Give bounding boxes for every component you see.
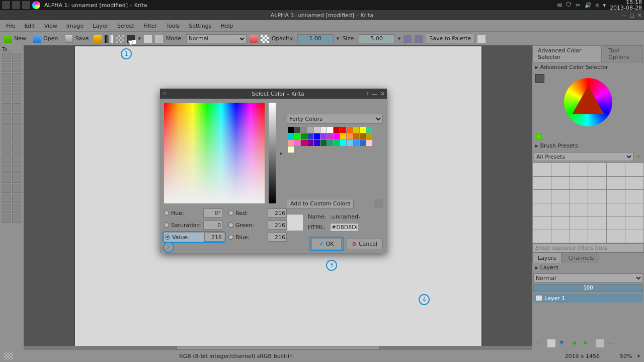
brush-preset[interactable] <box>551 163 570 176</box>
swatch[interactable] <box>353 140 359 146</box>
brush-preset[interactable] <box>533 177 551 189</box>
krita-app-icon[interactable] <box>32 1 40 9</box>
pattern-icon[interactable] <box>116 35 124 43</box>
brush-preset[interactable] <box>551 177 570 189</box>
save-button[interactable]: Save <box>63 34 91 44</box>
wifi-icon[interactable]: ⎋ <box>596 2 599 9</box>
swatch[interactable] <box>347 140 353 146</box>
swatch[interactable] <box>307 140 313 146</box>
taskbar-icon[interactable] <box>22 1 30 9</box>
brush-preset[interactable] <box>607 216 625 229</box>
swatch[interactable] <box>314 140 320 146</box>
menu-help[interactable]: Help <box>216 22 237 30</box>
tool-26[interactable] <box>2 184 11 193</box>
tool-8[interactable] <box>2 93 11 102</box>
brush-preset[interactable] <box>533 216 551 229</box>
layer-opacity-slider[interactable]: 100 <box>533 284 643 292</box>
tool-30[interactable] <box>2 204 11 213</box>
preset-filter-select[interactable]: All Presets <box>534 152 633 161</box>
swatch[interactable] <box>334 133 340 139</box>
expand-icon[interactable]: ▸ <box>280 150 283 157</box>
alpha-lock-icon[interactable] <box>261 35 269 43</box>
maximize-icon[interactable]: ◻ <box>630 12 634 19</box>
swatch[interactable] <box>320 127 327 133</box>
palette-select[interactable]: Forty Colors <box>287 114 383 124</box>
swatch[interactable] <box>366 127 372 133</box>
tool-14[interactable] <box>2 123 11 132</box>
menu-tools[interactable]: Tools <box>162 22 184 30</box>
brush-preset[interactable] <box>607 203 625 216</box>
brush-preset[interactable] <box>570 163 588 176</box>
brush-preset[interactable] <box>570 230 588 243</box>
size-chevron-icon[interactable]: ▾ <box>398 35 401 42</box>
zoom-level[interactable]: 50% <box>620 353 632 359</box>
brush-preset[interactable] <box>588 230 606 243</box>
brush-preset[interactable] <box>533 203 551 216</box>
swatch[interactable] <box>301 133 307 139</box>
brush-editor-icon[interactable] <box>155 35 163 43</box>
brush-preset[interactable] <box>588 216 606 229</box>
tool-9[interactable] <box>12 93 21 102</box>
new-button[interactable]: New <box>2 34 28 44</box>
tool-10[interactable] <box>2 103 11 112</box>
dialog-titlebar[interactable]: ≡ Select Color – Krita ? — ✕ <box>160 89 387 99</box>
tool-22[interactable] <box>2 164 11 173</box>
value-strip[interactable] <box>269 103 276 203</box>
swatch[interactable] <box>288 127 294 133</box>
swatch[interactable] <box>366 133 372 139</box>
tab-channels[interactable]: Channels <box>562 253 599 263</box>
tool-23[interactable] <box>12 164 21 173</box>
brush-preset[interactable] <box>551 190 570 202</box>
tool-4[interactable] <box>2 73 11 82</box>
brush-preset[interactable] <box>588 177 606 189</box>
brush-preset[interactable] <box>570 216 588 229</box>
brush-preset[interactable] <box>607 230 625 243</box>
menu-settings[interactable]: Settings <box>185 22 215 30</box>
tool-25[interactable] <box>12 174 21 183</box>
tool-3[interactable] <box>12 63 21 72</box>
chevron-down-icon[interactable]: ▾ <box>603 2 606 9</box>
swatch[interactable] <box>327 127 333 133</box>
swatch[interactable] <box>327 133 333 139</box>
swatch[interactable] <box>301 140 307 146</box>
open-button[interactable]: Open <box>31 34 60 44</box>
menu-layer[interactable]: Layer <box>89 22 112 30</box>
swatch[interactable] <box>360 133 366 139</box>
swatch[interactable] <box>314 127 320 133</box>
brush-preset[interactable] <box>533 163 551 176</box>
brush-preset[interactable] <box>588 163 606 176</box>
close-icon[interactable]: ✕ <box>380 91 385 97</box>
tool-16[interactable] <box>2 133 11 142</box>
swatch[interactable] <box>294 127 300 133</box>
tool-0[interactable] <box>2 53 11 62</box>
move-left-icon[interactable]: ◀ <box>572 339 580 347</box>
tool-2[interactable] <box>2 63 11 72</box>
radio-blue[interactable] <box>228 235 233 240</box>
tool-7[interactable] <box>12 83 21 92</box>
tool-5[interactable] <box>12 73 21 82</box>
menu-image[interactable]: Image <box>62 22 88 30</box>
menu-filter[interactable]: Filter <box>139 22 161 30</box>
brush-preset[interactable] <box>570 190 588 202</box>
green-row[interactable]: Green: <box>228 221 287 230</box>
tool-1[interactable] <box>12 53 21 62</box>
shield-icon[interactable]: ⛉ <box>566 2 572 9</box>
zoom-chevron-icon[interactable]: ▾ <box>637 353 640 359</box>
save-to-palette-button[interactable]: Save to Palette <box>426 34 474 43</box>
resource-filter-input[interactable] <box>532 243 644 253</box>
brush-preset[interactable] <box>607 190 625 202</box>
menu-edit[interactable]: Edit <box>20 22 39 30</box>
swatch[interactable] <box>340 127 346 133</box>
move-down-icon[interactable]: ▼ <box>559 339 568 347</box>
swatch[interactable] <box>347 127 353 133</box>
hue-input[interactable] <box>203 208 222 218</box>
swatch[interactable] <box>340 140 346 146</box>
app-launcher-icon[interactable] <box>2 1 10 9</box>
hue-row[interactable]: Hue: <box>164 208 224 218</box>
layer-item[interactable]: Layer 1 <box>533 294 643 303</box>
taskbar-icon[interactable] <box>12 1 20 9</box>
menu-select[interactable]: Select <box>113 22 138 30</box>
swatch[interactable] <box>314 133 320 139</box>
swatch[interactable] <box>301 127 307 133</box>
brush-preset[interactable] <box>625 190 643 202</box>
